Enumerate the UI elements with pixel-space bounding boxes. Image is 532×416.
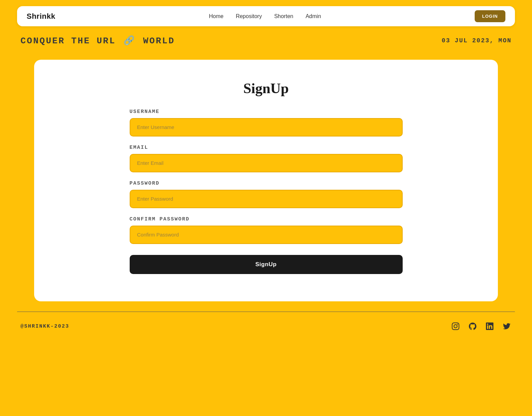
username-input[interactable] [130, 118, 403, 137]
nav-links: Home Repository Shorten Admin [209, 13, 321, 19]
nav-repository[interactable]: Repository [236, 13, 262, 19]
link-icon: 🔗 [124, 35, 135, 46]
hero-banner: CONQUER THE URL 🔗 WORLD 03 JUL 2023, MON [0, 29, 532, 49]
footer-social-icons [451, 321, 512, 331]
confirm-password-input[interactable] [130, 226, 403, 244]
nav-admin[interactable]: Admin [305, 13, 321, 19]
footer: @SHRINKK-2023 [0, 312, 532, 341]
hero-title-text2: WORLD [143, 36, 175, 46]
password-field-group: PASSWORD [130, 181, 403, 208]
nav-shorten[interactable]: Shorten [274, 13, 293, 19]
email-input[interactable] [130, 154, 403, 172]
instagram-icon[interactable] [451, 321, 460, 331]
twitter-icon[interactable] [502, 321, 512, 331]
form-title: SignUp [68, 80, 464, 97]
nav-home[interactable]: Home [209, 13, 224, 19]
brand-logo[interactable]: Shrinkk [27, 12, 55, 21]
signup-form: USERNAME EMAIL PASSWORD CONFIRM PASSWORD… [130, 109, 403, 274]
username-field-group: USERNAME [130, 109, 403, 137]
hero-date: 03 JUL 2023, MON [442, 37, 512, 44]
github-icon[interactable] [468, 321, 477, 331]
navbar: Shrinkk Home Repository Shorten Admin LO… [17, 6, 515, 26]
password-input[interactable] [130, 190, 403, 208]
footer-copyright: @SHRINKK-2023 [20, 324, 69, 329]
hero-title-text1: CONQUER THE URL [20, 36, 116, 46]
linkedin-icon[interactable] [485, 321, 494, 331]
signup-button[interactable]: SignUp [130, 255, 403, 274]
email-field-group: EMAIL [130, 145, 403, 172]
password-label: PASSWORD [130, 181, 403, 186]
confirm-password-field-group: CONFIRM PASSWORD [130, 216, 403, 244]
main-card: SignUp USERNAME EMAIL PASSWORD CONFIRM P… [34, 60, 498, 301]
username-label: USERNAME [130, 109, 403, 115]
email-label: EMAIL [130, 145, 403, 150]
confirm-password-label: CONFIRM PASSWORD [130, 216, 403, 222]
hero-title: CONQUER THE URL 🔗 WORLD [20, 35, 175, 46]
login-button[interactable]: LOGIN [475, 10, 505, 22]
